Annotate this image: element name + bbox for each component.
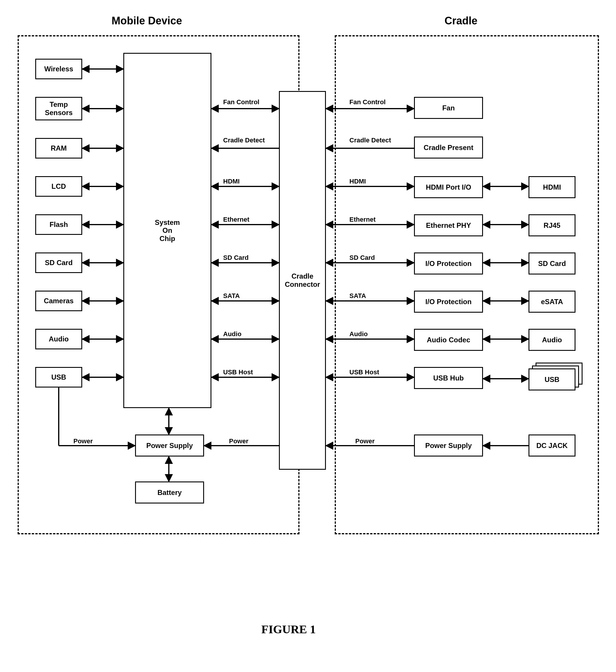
- block-cameras: Cameras: [35, 291, 82, 311]
- sig-c-sd: SD Card: [349, 254, 375, 262]
- block-wireless: Wireless: [35, 59, 82, 79]
- sig-c-usbhost: USB Host: [349, 368, 379, 376]
- cblk-cradle-present: Cradle Present: [414, 137, 483, 159]
- cblk-power-supply: Power Supply: [414, 434, 483, 457]
- sig-c-sata: SATA: [349, 292, 366, 300]
- sig-m-fan: Fan Control: [223, 98, 259, 106]
- cblk-ioprot2: I/O Protection: [414, 291, 483, 313]
- cblk-audio-codec: Audio Codec: [414, 329, 483, 351]
- cradle-connector-block: Cradle Connector: [279, 91, 326, 470]
- sig-c-audio: Audio: [349, 330, 368, 338]
- sig-usb-power: Power: [73, 437, 93, 445]
- soc-block: System On Chip: [123, 53, 211, 408]
- block-battery: Battery: [135, 481, 204, 503]
- cr-rj45: RJ45: [529, 214, 575, 236]
- sig-m-audio: Audio: [223, 330, 241, 338]
- cr-usb-stack: USB: [529, 363, 581, 392]
- sig-m-sd: SD Card: [223, 254, 249, 262]
- title-mobile: Mobile Device: [103, 15, 191, 27]
- cblk-fan: Fan: [414, 97, 483, 119]
- cr-sdcard: SD Card: [529, 252, 575, 274]
- block-sdcard: SD Card: [35, 252, 82, 273]
- cblk-ioprot1: I/O Protection: [414, 252, 483, 274]
- cr-hdmi: HDMI: [529, 176, 575, 198]
- sig-m-usbhost: USB Host: [223, 368, 253, 376]
- cblk-hdmi-port: HDMI Port I/O: [414, 176, 483, 198]
- sig-c-eth: Ethernet: [349, 216, 376, 223]
- sig-m-sata: SATA: [223, 292, 240, 300]
- sig-c-power: Power: [355, 437, 375, 445]
- title-cradle: Cradle: [432, 15, 490, 27]
- cr-dcjack: DC JACK: [529, 434, 575, 457]
- sig-m-eth: Ethernet: [223, 216, 249, 223]
- block-temp-sensors: Temp Sensors: [35, 97, 82, 120]
- sig-m-cradle-detect: Cradle Detect: [223, 137, 265, 144]
- block-lcd: LCD: [35, 176, 82, 197]
- figure-caption: FIGURE 1: [261, 622, 316, 636]
- cblk-eth-phy: Ethernet PHY: [414, 214, 483, 236]
- cr-audio: Audio: [529, 329, 575, 351]
- block-power-supply-mobile: Power Supply: [135, 434, 204, 457]
- cr-usb: USB: [529, 368, 575, 390]
- diagram-canvas: Mobile Device Cradle System On Chip Crad…: [12, 12, 604, 660]
- sig-m-hdmi: HDMI: [223, 178, 240, 185]
- cblk-usb-hub: USB Hub: [414, 367, 483, 389]
- sig-c-fan: Fan Control: [349, 98, 386, 106]
- block-flash: Flash: [35, 214, 82, 235]
- block-audio: Audio: [35, 329, 82, 349]
- sig-c-hdmi: HDMI: [349, 178, 366, 185]
- block-usb: USB: [35, 367, 82, 388]
- cr-esata: eSATA: [529, 291, 575, 313]
- sig-m-power: Power: [229, 437, 248, 445]
- sig-c-cradle-detect: Cradle Detect: [349, 137, 391, 144]
- block-ram: RAM: [35, 138, 82, 159]
